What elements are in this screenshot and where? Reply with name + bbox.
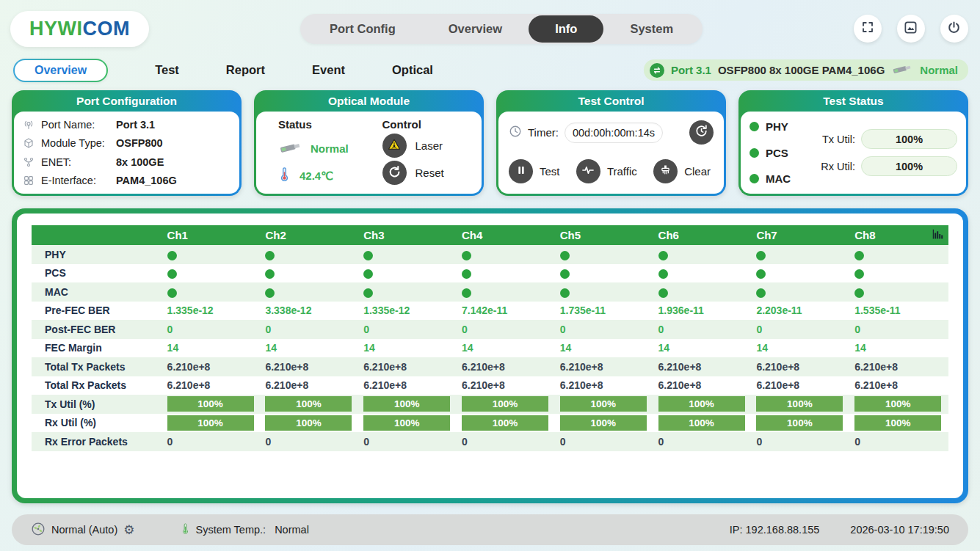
- value-cell: 1.535e-11: [850, 302, 948, 321]
- module-reset-button[interactable]: [382, 161, 407, 185]
- channel-status-cell: [261, 282, 359, 302]
- row-label: Rx Util (%): [32, 414, 163, 433]
- status-dot-green: [265, 269, 275, 279]
- channel-status-cell: [359, 245, 457, 264]
- util-bar-cell: 100%: [752, 414, 850, 433]
- channel-status-cell: [359, 282, 457, 302]
- value-cell: 6.210e+8: [556, 376, 654, 395]
- card-test-control: Test Control Timer: 00d:00h:00m:14s: [496, 90, 726, 196]
- system-temp-value: Normal: [275, 524, 309, 536]
- timer-reset-icon: [694, 124, 708, 141]
- fullscreen-button[interactable]: [854, 15, 882, 43]
- card-title: Test Control: [498, 90, 724, 112]
- value-cell: 0: [752, 432, 850, 451]
- value-cell: 14: [457, 339, 556, 358]
- util-bar-cell: 100%: [359, 414, 457, 433]
- badge-module-info: OSFP800 8x 100GE PAM4_106G: [718, 64, 885, 76]
- status-dot-green: [167, 269, 177, 279]
- summary-cards: Port Configuration Port Name: Port 3.1 M…: [12, 90, 968, 196]
- util-bar-cell: 100%: [261, 395, 359, 414]
- value-cell: 2.203e-11: [752, 302, 850, 321]
- field-value: OSFP800: [116, 137, 163, 149]
- tab-test[interactable]: Test: [155, 63, 179, 77]
- status-dot-green: [854, 251, 864, 260]
- status-dot-green: [265, 288, 275, 298]
- value-cell: 6.210e+8: [359, 357, 457, 376]
- util-bar: 100%: [265, 396, 352, 412]
- table-row-total-rx-packets: Total Rx Packets6.210e+86.210e+86.210e+8…: [32, 376, 948, 395]
- util-bar-cell: 100%: [457, 414, 556, 433]
- port-status-badge[interactable]: Port 3.1 OSFP800 8x 100GE PAM4_106G Norm…: [644, 59, 968, 81]
- column-header-ch4: Ch4: [457, 225, 556, 245]
- tab-overview[interactable]: Overview: [13, 59, 108, 82]
- value-cell: 1.335e-12: [163, 302, 261, 321]
- rx-util-value: 100%: [861, 156, 957, 176]
- value-cell: 1.735e-11: [556, 302, 654, 321]
- tx-util-label: Tx Util:: [814, 134, 855, 145]
- status-dot-green: [167, 288, 177, 298]
- brush-icon: [659, 164, 672, 179]
- status-dot-green: [658, 269, 668, 279]
- row-label: Rx Error Packets: [32, 432, 163, 451]
- enet-row: ENET: 8x 100GE: [23, 156, 231, 168]
- test-pause-button[interactable]: [509, 159, 533, 183]
- power-button[interactable]: [940, 15, 968, 43]
- timer-reset-button[interactable]: [689, 120, 714, 145]
- channel-status-cell: [654, 264, 752, 283]
- value-cell: 6.210e+8: [850, 376, 948, 395]
- value-cell: 7.142e-11: [457, 302, 556, 321]
- tab-optical[interactable]: Optical: [392, 63, 433, 77]
- value-cell: 14: [556, 339, 654, 358]
- row-label: Pre-FEC BER: [32, 302, 163, 321]
- util-bar-cell: 100%: [850, 395, 948, 414]
- status-dot-green: [560, 251, 570, 260]
- value-cell: 6.210e+8: [850, 357, 948, 376]
- tab-report[interactable]: Report: [226, 63, 265, 77]
- traffic-button[interactable]: [576, 159, 600, 183]
- nav-item-port-config[interactable]: Port Config: [303, 15, 422, 43]
- row-label: Total Rx Packets: [32, 376, 163, 395]
- bar-chart-icon[interactable]: [931, 227, 944, 243]
- nav-item-system[interactable]: System: [603, 15, 700, 43]
- card-port-configuration: Port Configuration Port Name: Port 3.1 M…: [12, 90, 242, 196]
- row-label: FEC Margin: [32, 339, 163, 358]
- branch-icon: [23, 156, 36, 168]
- util-bar: 100%: [854, 396, 941, 412]
- timer-value-field[interactable]: 00d:00h:00m:14s: [565, 123, 663, 143]
- status-dot-green: [756, 251, 766, 260]
- port-name-row: Port Name: Port 3.1: [23, 119, 231, 131]
- channel-status-cell: [850, 264, 948, 283]
- field-label: E-Interface:: [41, 175, 116, 186]
- channel-stats-table: Ch1Ch2Ch3Ch4Ch5Ch6Ch7Ch8 PHYPCSMACPre-FE…: [32, 225, 948, 451]
- module-status-value: Normal: [311, 142, 349, 155]
- fan-icon: [31, 522, 46, 539]
- screenshot-button[interactable]: [897, 15, 925, 43]
- badge-port-name: Port 3.1: [671, 64, 711, 76]
- nav-item-info[interactable]: Info: [529, 15, 603, 43]
- util-bar: 100%: [167, 396, 254, 412]
- table-row-pcs: PCS: [32, 264, 948, 283]
- util-bar: 100%: [462, 396, 548, 412]
- util-bar: 100%: [363, 415, 450, 431]
- gear-icon[interactable]: ⚙: [123, 524, 134, 536]
- channel-status-cell: [457, 264, 556, 283]
- clear-button[interactable]: [653, 159, 678, 183]
- module-status-row: Normal: [278, 141, 369, 156]
- traffic-label: Traffic: [607, 165, 637, 178]
- row-label: Total Tx Packets: [32, 357, 163, 376]
- value-cell: 0: [752, 320, 850, 339]
- channel-status-cell: [752, 264, 850, 283]
- top-bar: HYWICOM Port Config Overview Info System: [0, 0, 980, 47]
- nav-item-overview[interactable]: Overview: [422, 15, 529, 43]
- reset-icon: [388, 165, 402, 181]
- logo-part-blue: COM: [83, 18, 131, 40]
- field-value: Port 3.1: [116, 119, 155, 131]
- laser-button[interactable]: [382, 134, 407, 158]
- table-corner-cell: [32, 225, 163, 245]
- timer-label: Timer:: [528, 126, 559, 139]
- value-cell: 6.210e+8: [654, 357, 752, 376]
- status-dot-green: [462, 288, 471, 298]
- tab-event[interactable]: Event: [312, 63, 345, 77]
- table-row-fec-margin: FEC Margin1414141414141414: [32, 339, 948, 358]
- column-header-ch6: Ch6: [654, 225, 752, 245]
